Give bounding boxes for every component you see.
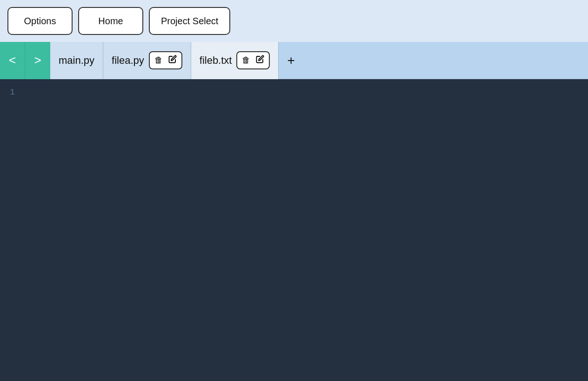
top-nav: Options Home Project Select xyxy=(0,0,588,42)
tab-next-button[interactable]: > xyxy=(25,42,50,79)
tab-filea-py[interactable]: filea.py 🗑 xyxy=(103,42,191,79)
edit-icon-2 xyxy=(256,55,264,66)
tab-fileb-txt-delete-button[interactable]: 🗑 xyxy=(240,54,252,67)
edit-icon xyxy=(168,55,177,66)
line-numbers: 1 xyxy=(0,79,23,381)
tab-label-main-py: main.py xyxy=(59,54,94,67)
home-button[interactable]: Home xyxy=(78,7,143,35)
tab-fileb-txt[interactable]: fileb.txt 🗑 xyxy=(191,42,279,79)
delete-icon: 🗑 xyxy=(154,55,163,65)
tab-bar: < > main.py filea.py 🗑 fileb.txt xyxy=(0,42,588,79)
tab-fileb-txt-icons: 🗑 xyxy=(236,51,270,69)
tab-add-button[interactable]: + xyxy=(279,42,303,79)
tab-label-fileb-txt: fileb.txt xyxy=(200,54,232,67)
tab-filea-py-edit-button[interactable] xyxy=(167,54,179,67)
editor-content[interactable] xyxy=(23,79,588,381)
line-number-1: 1 xyxy=(8,86,15,99)
tab-fileb-txt-edit-button[interactable] xyxy=(254,54,266,67)
project-select-button[interactable]: Project Select xyxy=(149,7,230,35)
tab-filea-py-icons: 🗑 xyxy=(149,51,182,69)
delete-icon-2: 🗑 xyxy=(242,55,250,65)
options-button[interactable]: Options xyxy=(7,7,73,35)
editor-area: 1 xyxy=(0,79,588,381)
tab-filea-py-delete-button[interactable]: 🗑 xyxy=(153,54,165,67)
tab-main-py[interactable]: main.py xyxy=(50,42,103,79)
tab-label-filea-py: filea.py xyxy=(112,54,144,67)
tab-prev-button[interactable]: < xyxy=(0,42,25,79)
